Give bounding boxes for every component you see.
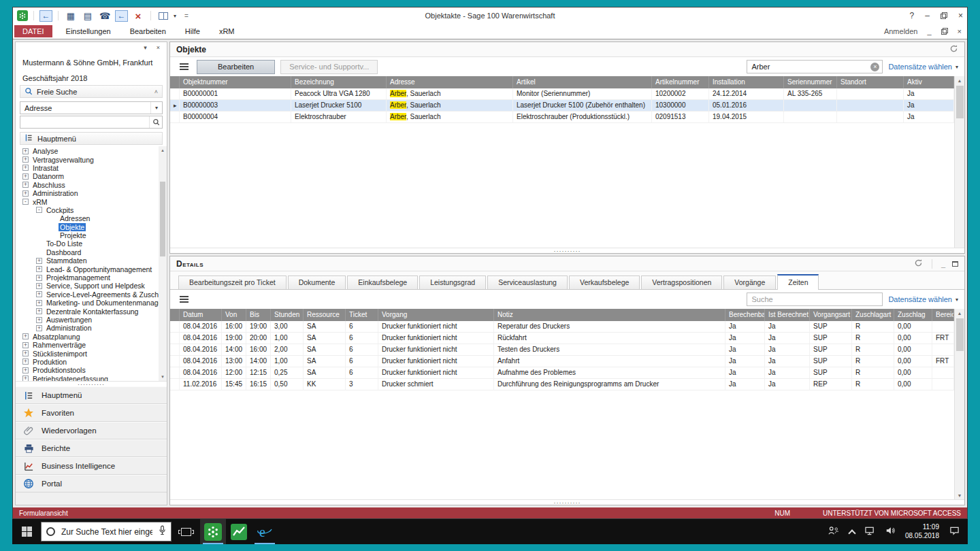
tree-item[interactable]: + Service, Support und Helpdesk [16,282,159,290]
tree-expander-icon[interactable]: + [36,325,42,331]
tree-item[interactable]: + Abschluss [16,181,159,189]
tree-item[interactable]: + Vertragsverwaltung [16,155,159,163]
scrollbar-thumb[interactable] [956,86,964,118]
scroll-up-icon[interactable]: ▲ [958,76,962,84]
column-header[interactable]: Datum [180,309,222,321]
tree-item[interactable]: + Betriebsdatenerfassung [16,375,159,381]
column-header[interactable]: Standort [837,76,904,88]
tree-expander-icon[interactable]: + [22,182,29,188]
tree-expander-icon[interactable]: + [22,165,29,171]
tree-expander-icon[interactable]: + [22,190,29,197]
scroll-down-icon[interactable]: ▼ [161,373,165,381]
tree-expander-icon[interactable]: - [22,199,29,205]
column-header[interactable]: Zuschlag [894,309,932,321]
taskbar-app-chart[interactable] [226,519,252,544]
tree-item[interactable]: + Lead- & Opportunitymanagement [16,265,159,273]
tree-expander-icon[interactable]: + [36,317,42,323]
datensaetze-waehlen-link[interactable]: Datensätze wählen ▾ [888,63,958,71]
sidebar-close-icon[interactable]: × [157,44,160,53]
tree-item[interactable]: + Projektmanagement [16,273,159,282]
column-header[interactable]: Stunden [271,309,304,321]
table-row[interactable]: 08.04.2016 16:00 19:00 3,00 SA 6 Drucker… [170,321,954,333]
taskbar-app-sage[interactable] [200,519,226,544]
microphone-icon[interactable] [159,525,166,538]
clear-search-icon[interactable]: × [870,63,879,71]
tree-expander-icon[interactable] [36,241,42,247]
objekte-scrollbar[interactable]: ▲ [954,76,964,248]
tree-expander-icon[interactable] [50,216,56,222]
details-tab[interactable]: Vertragspositionen [641,276,722,289]
taskbar-search-input[interactable] [60,527,154,537]
tree-item[interactable]: + Dezentrale Kontakterfassung [16,307,159,315]
hamburger-menu-icon[interactable] [176,293,191,306]
tree-expander-icon[interactable]: + [36,283,42,289]
tree-expander-icon[interactable]: + [22,333,29,339]
tree-expander-icon[interactable]: - [36,207,42,213]
sidebar-splitter[interactable]: ·········· [16,381,167,386]
calendar-icon[interactable]: ▤ [81,10,95,22]
details-tab[interactable]: Leistungsgrad [419,276,486,289]
service-support-button[interactable]: Service- und Supportv... [280,60,378,74]
minimize-button[interactable]: – [925,11,930,20]
tree-item[interactable]: + Absatzplanung [16,333,159,341]
sidebar-item-wiedervorlagen[interactable]: Wiedervorlagen [16,422,167,439]
table-row[interactable]: ▸ B00000004 Elektroschrauber Arber, Saue… [170,112,954,123]
tree-item[interactable]: + Rahmenverträge [16,341,159,349]
task-view-button[interactable] [172,519,200,544]
layout-caret-icon[interactable]: ▾ [174,13,176,19]
network-icon[interactable] [865,526,875,538]
tree-item[interactable]: + Auswertungen [16,316,159,324]
search-button[interactable] [149,116,162,128]
details-tab[interactable]: Serviceauslastung [487,276,568,289]
tree-item[interactable]: + Administration [16,189,159,197]
table-row[interactable]: 08.04.2016 13:00 14:00 1,00 SA 6 Drucker… [170,356,954,367]
column-header[interactable]: Objektnummer [180,76,291,88]
tree-item[interactable]: + Service-Level-Agreements & Zuschläge [16,290,159,299]
menu-item[interactable]: Bearbeiten [120,24,176,39]
close-button[interactable]: × [958,11,963,20]
tree-item[interactable]: + Produktion [16,358,159,366]
table-row[interactable]: 08.04.2016 12:00 12:15 0,25 SA 6 Drucker… [170,367,954,379]
menu-item[interactable]: DATEI [14,25,52,37]
hamburger-menu-icon[interactable] [176,60,191,73]
tree-item[interactable]: Adressen [16,214,159,222]
tree-item[interactable]: Objekte [16,223,159,231]
details-scrollbar[interactable]: ▲ ▼ [954,309,964,499]
tree-item[interactable]: - Cockpits [16,206,159,214]
column-header[interactable]: Bis [246,309,271,321]
sidebar-item-hauptmenu[interactable]: Hauptmenü [16,386,167,404]
column-header[interactable]: Artikel [513,76,652,88]
refresh-icon[interactable] [949,44,958,54]
tray-expand-icon[interactable] [848,529,855,537]
table-row[interactable]: ▸ B00000003 Laserjet Drucker 5100 Arber,… [170,100,954,112]
tree-expander-icon[interactable]: + [36,266,42,272]
free-search-input[interactable] [20,116,149,128]
panel-maximize-icon[interactable] [952,261,958,267]
tree-item[interactable]: + Datanorm [16,172,159,180]
sidebar-item-berichte[interactable]: Berichte [16,439,167,457]
column-header[interactable]: Zuschlagart [852,309,894,321]
window-layout-icon[interactable] [157,10,170,22]
tree-expander-icon[interactable] [36,249,42,255]
people-icon[interactable] [828,526,839,538]
column-header[interactable]: Seriennummer [784,76,837,88]
tree-item[interactable]: + Administration [16,324,159,332]
tree-expander-icon[interactable] [50,233,56,239]
panel-minimize-icon[interactable]: _ [941,260,945,268]
menu-item[interactable]: xRM [210,24,244,39]
sidebar-item-portal[interactable]: Portal [16,475,167,492]
taskbar-clock[interactable]: 11:09 08.05.2018 [905,523,939,540]
tree-expander-icon[interactable]: + [22,375,29,381]
anmelden-link[interactable]: Anmelden [884,27,918,35]
taskbar-app-internet-explorer[interactable]: e [252,519,278,544]
tree-item[interactable]: + Stammdaten [16,256,159,265]
column-header[interactable]: Berechenbar [725,309,765,321]
doc-restore-button[interactable] [941,28,948,35]
column-header[interactable]: Ticket [346,309,378,321]
tree-expander-icon[interactable]: + [36,275,42,281]
sidebar-item-favoriten[interactable]: Favoriten [16,404,167,422]
details-tab[interactable]: Dokumente [288,276,346,289]
toolbar-options-icon[interactable]: = [180,10,193,22]
cortana-icon[interactable] [46,527,55,536]
column-header[interactable]: Von [222,309,246,321]
